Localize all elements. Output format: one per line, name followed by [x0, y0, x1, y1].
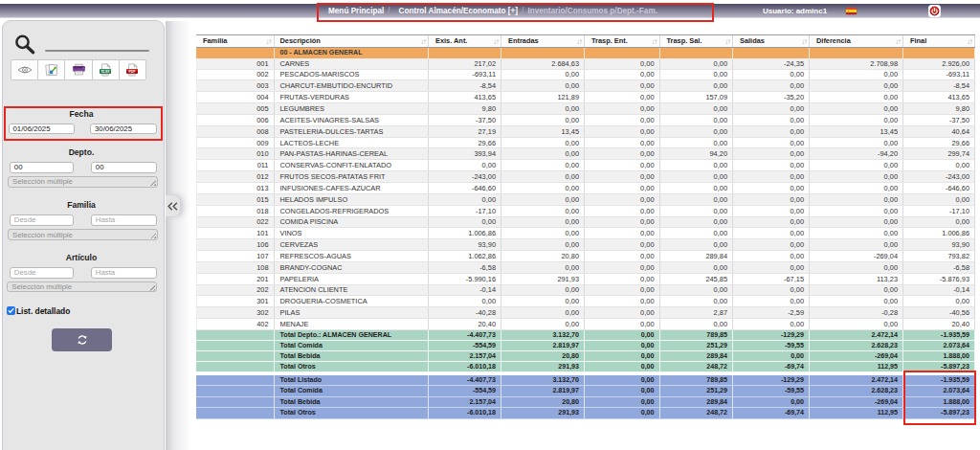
svg-text:XLSX: XLSX — [101, 70, 111, 74]
svg-text:PDF: PDF — [129, 70, 136, 74]
